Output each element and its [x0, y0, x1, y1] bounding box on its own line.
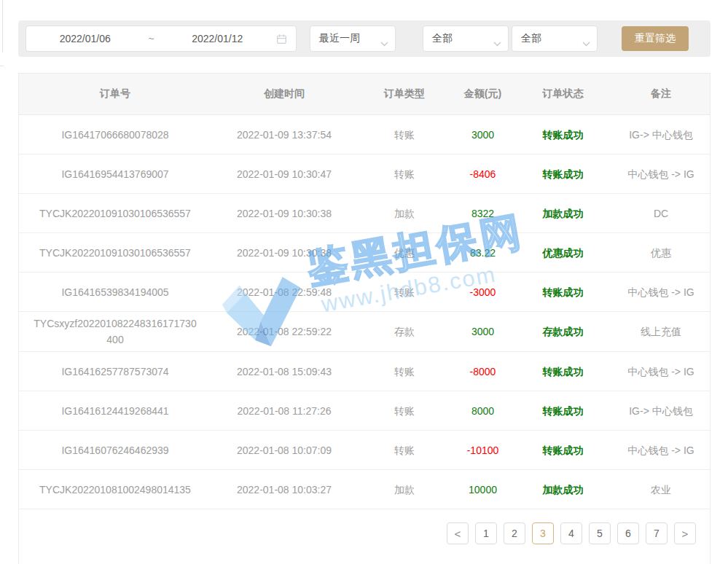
- order-number-cell: IG16416076246462939: [19, 431, 211, 469]
- order-number-cell: IG16417066680078028: [19, 115, 211, 154]
- remark-cell: 线上充值: [612, 312, 710, 351]
- remark-cell: IG-> 中心钱包: [612, 115, 710, 154]
- pagination-page-2[interactable]: 2: [504, 522, 525, 544]
- order-type-cell: 优惠: [357, 233, 452, 272]
- table-row: IG164161244192684412022-01-08 11:27:26转账…: [19, 391, 710, 431]
- created-time-cell: 2022-01-09 10:30:47: [211, 154, 357, 193]
- pagination-prev-button[interactable]: <: [447, 522, 469, 544]
- table-row: IG164170666800780282022-01-09 13:37:54转账…: [19, 115, 710, 154]
- table-row: IG164160762464629392022-01-08 10:07:09转账…: [19, 431, 710, 470]
- column-header-created: 创建时间: [211, 74, 357, 114]
- table-body: IG164170666800780282022-01-09 13:37:54转账…: [19, 115, 710, 509]
- order-status-select[interactable]: 全部: [512, 26, 598, 52]
- table-header-row: 订单号 创建时间 订单类型 金额(元) 订单状态 备注: [19, 74, 710, 115]
- column-header-order-no: 订单号: [19, 74, 211, 114]
- pagination-page-7[interactable]: 7: [646, 522, 668, 544]
- order-status-cell: 加款成功: [514, 470, 612, 509]
- order-number-cell: IG16416124419268441: [19, 391, 211, 430]
- pagination-page-4[interactable]: 4: [560, 522, 582, 544]
- order-type-cell: 存款: [357, 312, 452, 351]
- order-status-cell: 转账成功: [514, 154, 612, 193]
- order-status-cell: 转账成功: [514, 352, 612, 391]
- date-preset-select[interactable]: 最近一周: [310, 26, 396, 52]
- amount-cell: -10100: [452, 431, 514, 469]
- order-status-cell: 加款成功: [514, 194, 612, 232]
- chevron-down-icon: [493, 37, 501, 49]
- date-preset-value: 最近一周: [310, 32, 360, 45]
- remark-cell: 中心钱包 -> IG: [612, 273, 710, 311]
- order-type-cell: 加款: [357, 194, 452, 232]
- order-type-cell: 转账: [357, 154, 452, 193]
- end-date-value[interactable]: 2022/01/12: [159, 33, 277, 44]
- created-time-cell: 2022-01-08 15:09:43: [211, 352, 357, 391]
- remark-cell: 中心钱包 -> IG: [612, 154, 710, 193]
- remark-cell: 优惠: [612, 233, 710, 272]
- created-time-cell: 2022-01-08 10:07:09: [211, 431, 357, 469]
- order-type-value: 全部: [423, 32, 453, 45]
- filter-bar: 2022/01/06 ~ 2022/01/12 最近一周 全部 全: [18, 20, 711, 57]
- created-time-cell: 2022-01-09 10:30:38: [211, 194, 357, 232]
- order-type-cell: 转账: [357, 391, 452, 430]
- pagination-page-1[interactable]: 1: [475, 522, 497, 544]
- pagination-page-6[interactable]: 6: [617, 522, 639, 544]
- order-number-cell: IG16416954413769007: [19, 154, 211, 193]
- order-type-cell: 加款: [357, 470, 452, 509]
- column-header-status: 订单状态: [514, 74, 612, 114]
- pagination-next-button[interactable]: >: [674, 522, 696, 544]
- order-status-cell: 转账成功: [514, 431, 612, 469]
- date-range-picker[interactable]: 2022/01/06 ~ 2022/01/12: [26, 26, 297, 52]
- remark-cell: 中心钱包 -> IG: [612, 431, 710, 469]
- amount-cell: -8406: [452, 154, 514, 193]
- remark-cell: 农业: [612, 470, 710, 509]
- window-edge-vertical: [2, 0, 3, 52]
- amount-cell: 8000: [452, 391, 514, 430]
- created-time-cell: 2022-01-09 10:30:38: [211, 233, 357, 272]
- amount-cell: 8322: [452, 194, 514, 232]
- orders-table-card: 订单号 创建时间 订单类型 金额(元) 订单状态 备注 IG1641706668…: [18, 73, 711, 564]
- window-edge-horizontal: [0, 66, 4, 66]
- amount-cell: -3000: [452, 273, 514, 311]
- table-row: TYCJK2022010910301065365572022-01-09 10:…: [19, 233, 710, 273]
- column-header-type: 订单类型: [357, 74, 452, 114]
- amount-cell: 3000: [452, 312, 514, 351]
- table-row: IG164169544137690072022-01-09 10:30:47转账…: [19, 154, 710, 194]
- order-status-cell: 转账成功: [514, 391, 612, 430]
- remark-cell: 中心钱包 -> IG: [612, 352, 710, 391]
- created-time-cell: 2022-01-08 22:59:48: [211, 273, 357, 311]
- amount-cell: 3000: [452, 115, 514, 154]
- table-row: TYCJK2022010910301065365572022-01-09 10:…: [19, 194, 710, 233]
- reset-filters-button[interactable]: 重置筛选: [622, 26, 689, 51]
- column-header-amount: 金额(元): [452, 74, 514, 114]
- table-row: IG164162577875730742022-01-08 15:09:43转账…: [19, 352, 710, 391]
- remark-cell: DC: [612, 194, 710, 232]
- order-status-value: 全部: [512, 32, 541, 45]
- order-type-cell: 转账: [357, 352, 452, 391]
- table-row: TYCJK2022010810024980141352022-01-08 10:…: [19, 470, 710, 509]
- order-number-cell: TYCJK202201091030106536557: [19, 194, 211, 232]
- created-time-cell: 2022-01-08 11:27:26: [211, 391, 357, 430]
- amount-cell: -8000: [452, 352, 514, 391]
- order-type-cell: 转账: [357, 273, 452, 311]
- order-number-cell: TYCJK202201081002498014135: [19, 470, 211, 509]
- created-time-cell: 2022-01-08 10:03:27: [211, 470, 357, 509]
- pagination-page-5[interactable]: 5: [589, 522, 611, 544]
- remark-cell: IG-> 中心钱包: [612, 391, 710, 430]
- order-type-cell: 转账: [357, 115, 452, 154]
- order-type-cell: 转账: [357, 431, 452, 469]
- table-row: IG164165398341940052022-01-08 22:59:48转账…: [19, 273, 710, 312]
- pagination: <1234567>: [19, 522, 710, 544]
- chevron-down-icon: [380, 37, 388, 49]
- column-header-remark: 备注: [612, 74, 710, 114]
- pagination-page-3[interactable]: 3: [532, 522, 554, 544]
- order-status-cell: 存款成功: [514, 312, 612, 351]
- date-range-separator: ~: [144, 33, 159, 44]
- table-row: TYCsxyzf2022010822483161717304002022-01-…: [19, 312, 710, 352]
- created-time-cell: 2022-01-08 22:59:22: [211, 312, 357, 351]
- start-date-value[interactable]: 2022/01/06: [26, 33, 144, 44]
- order-number-cell: TYCsxyzf202201082248316171730400: [19, 312, 211, 351]
- created-time-cell: 2022-01-09 13:37:54: [211, 115, 357, 154]
- order-status-cell: 转账成功: [514, 115, 612, 154]
- order-status-cell: 转账成功: [514, 273, 612, 311]
- order-type-select[interactable]: 全部: [423, 26, 509, 52]
- calendar-icon: [276, 34, 287, 44]
